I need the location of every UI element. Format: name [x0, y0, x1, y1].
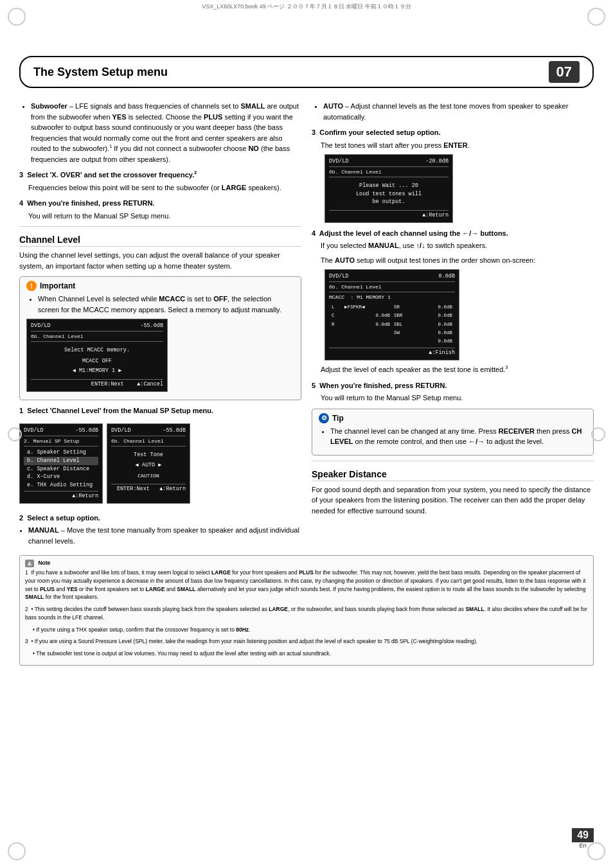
screen2a-source: DVD/LD	[24, 427, 44, 435]
screen4-caption: Adjust the level of each speaker as the …	[321, 364, 594, 375]
step4-right-heading: 4 Adjust the level of each channel using…	[312, 228, 594, 239]
screen-wrapper-step1: DVD/LD -55.0dB 2. Manual SP Setup a. Spe…	[19, 420, 301, 507]
speaker-distance-text: For good sound depth and separation from…	[312, 484, 594, 517]
screen2a-subtitle: 2. Manual SP Setup	[24, 438, 98, 447]
channel-row-sw: SW 0.0dB	[330, 330, 454, 337]
note-1: 1 If you have a subwoofer and like lots …	[25, 569, 588, 601]
screen4-source: DVD/LD	[329, 272, 349, 281]
screen3-footer: ▲:Return	[329, 210, 449, 220]
screen4-mcacc: MCACC : M1 MEMORY 1	[329, 294, 455, 301]
screen3-wrapper: DVD/LD -20.0dB 6b. Channel Level Please …	[324, 154, 594, 223]
note-3b: • The subwoofer test tone is output at l…	[33, 650, 588, 658]
step2-options: MANUAL – Move the test tone manually fro…	[28, 525, 301, 546]
screen4-footer: ▲:Finish	[329, 348, 455, 357]
step2-heading: 2 Select a setup option.	[19, 513, 301, 524]
tip-item: The channel level can be changed at any …	[330, 426, 587, 447]
screen2b-footer: ENTER:Next ▲:Return	[111, 484, 186, 493]
page-number: 49	[572, 828, 594, 842]
screen2b-titlebar: DVD/LD -55.0dB	[111, 427, 186, 436]
channel-row-c: C 0.0dB SBR 0.0dB	[330, 312, 454, 319]
screen-channel-levels: DVD/LD 0.0dB 6b. Channel Level MCACC : M…	[324, 269, 459, 360]
screen2a-item1: a. Speaker Setting	[24, 448, 98, 457]
screen2a-footer: ▲:Return	[24, 491, 98, 500]
channel-row-l: L ▶FSPKR◀ SR 0.0dB	[330, 304, 454, 311]
right-column: AUTO – Adjust channel levels as the test…	[312, 101, 594, 550]
screen2b-auto: ◀ AUTO ▶	[111, 461, 186, 470]
page-lang: En	[580, 842, 587, 849]
corner-decoration-bl	[8, 842, 26, 860]
note-2b: • If you're using a THX speaker setup, c…	[33, 626, 588, 634]
important-icon: !	[26, 281, 37, 291]
manual-option: MANUAL – Move the test tone manually fro…	[28, 525, 301, 546]
screen3-line1: Please Wait ... 20	[329, 182, 449, 190]
tip-list: The channel level can be changed at any …	[330, 426, 587, 447]
important-title: ! Important	[26, 281, 294, 291]
screen4-level: 0.0dB	[438, 272, 455, 281]
step5-heading: 5 When you're finished, press RETURN.	[312, 380, 594, 391]
file-info: VSX_LX60LX70.book 49 ページ ２００７年７月１８日 水曜日 …	[0, 3, 613, 11]
screen2a-level: -55.0dB	[75, 427, 98, 435]
screen1-subtitle: 6b. Channel Level	[31, 333, 163, 342]
step3-confirm-heading: 3 Confirm your selected setup option.	[312, 127, 594, 138]
tip-icon: ⚙	[319, 413, 329, 423]
important-box: ! Important When Channel Level is select…	[19, 276, 301, 400]
step5-text: You will return to the Manual SP Setup m…	[321, 393, 594, 403]
screen3-line2: Loud test tones will	[329, 190, 449, 199]
screen2b-source: DVD/LD	[111, 427, 131, 435]
center-decoration-right	[591, 427, 605, 441]
page-header: The System Setup menu 07	[19, 56, 594, 88]
step3-heading: 3 Select 'X. OVER' and set the crossover…	[19, 170, 301, 181]
screen3-subtitle: 6b. Channel Level	[329, 168, 449, 177]
channel-level-intro: Using the channel level settings, you ca…	[19, 250, 301, 271]
note-3: 3 • If you are using a Sound Pressure Le…	[25, 637, 588, 646]
screen2a-body: a. Speaker Setting b. Channel Level c. S…	[24, 448, 98, 490]
screen1-footer: ENTER:Next ▲:Cancel	[31, 379, 163, 389]
screen3-body: Please Wait ... 20 Loud test tones will …	[329, 179, 449, 209]
screen2b-body: Test Tone ◀ AUTO ▶ CAUTION	[111, 448, 186, 483]
screen4-subtitle: 6b. Channel Level	[329, 283, 455, 292]
step3-confirm-text: The test tones will start after you pres…	[321, 140, 594, 151]
screen2b-test-tone: Test Tone	[111, 451, 186, 459]
channel-row-r: R 0.0dB SBL 0.0dB	[330, 321, 454, 328]
note-title: ◭ Note	[25, 559, 588, 567]
page-footer: 49 En	[572, 828, 594, 849]
screen-please-wait: DVD/LD -20.0dB 6b. Channel Level Please …	[324, 154, 453, 223]
screen3-level: -20.0dB	[425, 157, 449, 166]
channel-level-heading: Channel Level	[19, 235, 301, 247]
center-decoration-left	[8, 427, 22, 441]
screen1-level: -55.0dB	[140, 322, 163, 330]
screen-channel-level-auto: DVD/LD -55.0dB 6b. Channel Level Test To…	[107, 423, 190, 503]
chapter-badge: 07	[549, 61, 580, 83]
screen1-titlebar: DVD/LD -55.0dB	[31, 322, 163, 332]
important-item: When Channel Level is selected while MCA…	[38, 294, 294, 315]
auto-list: AUTO – Adjust channel levels as the test…	[323, 101, 594, 122]
note-2: 2 • This setting decides the cutoff betw…	[25, 605, 588, 622]
step4-manual-text: If you selected MANUAL, use ↑/↓ to switc…	[321, 240, 594, 251]
content-area: Subwoofer – LFE signals and bass frequen…	[19, 94, 594, 550]
screen-manual-sp: DVD/LD -55.0dB 2. Manual SP Setup a. Spe…	[19, 423, 103, 503]
subwoofer-item: Subwoofer – LFE signals and bass frequen…	[31, 101, 301, 164]
screen2a-item4: d. X-Curve	[24, 473, 98, 481]
left-column: Subwoofer – LFE signals and bass frequen…	[19, 101, 301, 550]
screen2a-item5: e. THX Audio Setting	[24, 481, 98, 490]
screen2b-subtitle: 6b. Channel Level	[111, 438, 186, 447]
step3-text: Frequencies below this point will be sen…	[28, 182, 301, 193]
screen3-source: DVD/LD	[329, 157, 349, 166]
screen4-wrapper: DVD/LD 0.0dB 6b. Channel Level MCACC : M…	[324, 269, 594, 360]
subwoofer-list: Subwoofer – LFE signals and bass frequen…	[31, 101, 301, 164]
tip-box: ⚙ Tip The channel level can be changed a…	[312, 409, 594, 456]
speaker-distance-heading: Speaker Distance	[312, 469, 594, 481]
screen3-titlebar: DVD/LD -20.0dB	[329, 157, 449, 167]
screen2b-level: -55.0dB	[163, 427, 186, 435]
screen1-memory: ◀ M1:MEMORY 1 ▶	[31, 367, 163, 375]
screen1-mcacc-off: MCACC OFF	[31, 357, 163, 366]
corner-decoration-tr	[587, 8, 605, 26]
page-title: The System Setup menu	[33, 66, 168, 79]
screen2a-item2: b. Channel Level	[24, 457, 98, 465]
screen-mcacc-off: DVD/LD -55.0dB 6b. Channel Level Select …	[26, 319, 168, 392]
screen1-line1: Select MCACC memory.	[31, 346, 163, 355]
screen2a-item3: c. Speaker Distance	[24, 465, 98, 474]
corner-decoration-tl	[8, 8, 26, 26]
important-list: When Channel Level is selected while MCA…	[38, 294, 294, 315]
note-box: ◭ Note 1 If you have a subwoofer and lik…	[19, 555, 594, 666]
